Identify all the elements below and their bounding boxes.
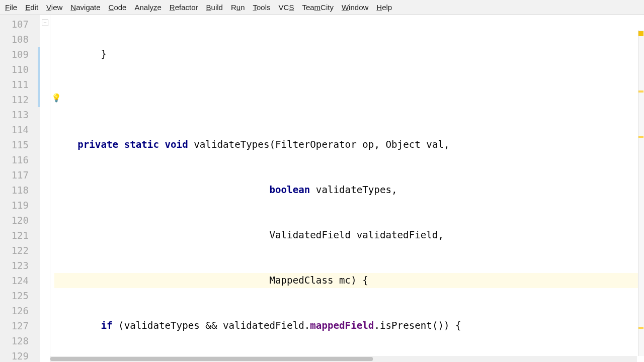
editor: 1071081091101111121131141151161171181191… <box>0 15 644 362</box>
menu-help[interactable]: Help <box>372 1 396 14</box>
menu-refactor[interactable]: Refactor <box>166 1 202 14</box>
warning-marker[interactable] <box>638 90 643 93</box>
menu-navigate[interactable]: Navigate <box>66 1 104 14</box>
line-number: 122 <box>0 243 40 258</box>
line-number: 123 <box>0 258 40 273</box>
line-number: 128 <box>0 333 40 348</box>
line-number: 117 <box>0 167 40 183</box>
menu-code[interactable]: Code <box>105 1 131 14</box>
line-number: 113 <box>0 107 40 122</box>
menu-view[interactable]: View <box>42 1 66 14</box>
menu-bar: File Edit View Navigate Code Analyze Ref… <box>0 0 644 15</box>
fold-collapse-icon[interactable]: − <box>42 20 48 26</box>
line-number: 116 <box>0 152 40 167</box>
analysis-status-icon[interactable] <box>638 31 643 36</box>
menu-teamcity[interactable]: TeamCity <box>298 1 338 14</box>
code-area[interactable]: } private static void validateTypes(Filt… <box>50 15 644 362</box>
line-number: 129 <box>0 348 40 362</box>
line-number: 121 <box>0 228 40 243</box>
line-number: 112 <box>0 92 40 107</box>
line-number: 118 <box>0 183 40 198</box>
line-number-gutter: 1071081091101111121131141151161171181191… <box>0 15 40 362</box>
error-stripe[interactable] <box>638 30 644 356</box>
line-number: 120 <box>0 213 40 228</box>
fold-gutter: − <box>40 15 50 362</box>
line-number: 115 <box>0 137 40 152</box>
warning-marker[interactable] <box>638 136 643 138</box>
line-number: 109 <box>0 47 40 62</box>
intention-bulb-icon[interactable]: 💡 <box>51 94 60 103</box>
menu-run[interactable]: Run <box>227 1 249 14</box>
menu-tools[interactable]: Tools <box>249 1 274 14</box>
menu-vcs[interactable]: VCS <box>275 1 298 14</box>
horizontal-scrollbar[interactable] <box>50 356 637 362</box>
menu-file[interactable]: File <box>1 1 21 14</box>
menu-window[interactable]: Window <box>338 1 372 14</box>
line-number: 114 <box>0 122 40 137</box>
menu-build[interactable]: Build <box>202 1 227 14</box>
line-number: 124 <box>0 273 40 288</box>
warning-marker[interactable] <box>638 327 643 329</box>
line-number: 108 <box>0 32 40 47</box>
menu-analyze[interactable]: Analyze <box>130 1 165 14</box>
line-number: 111 <box>0 77 40 92</box>
line-number: 107 <box>0 17 40 32</box>
menu-edit[interactable]: Edit <box>21 1 42 14</box>
line-number: 126 <box>0 303 40 318</box>
line-number: 110 <box>0 62 40 77</box>
line-number: 127 <box>0 318 40 333</box>
scrollbar-thumb[interactable] <box>50 357 373 361</box>
line-number: 125 <box>0 288 40 303</box>
line-number: 119 <box>0 198 40 213</box>
